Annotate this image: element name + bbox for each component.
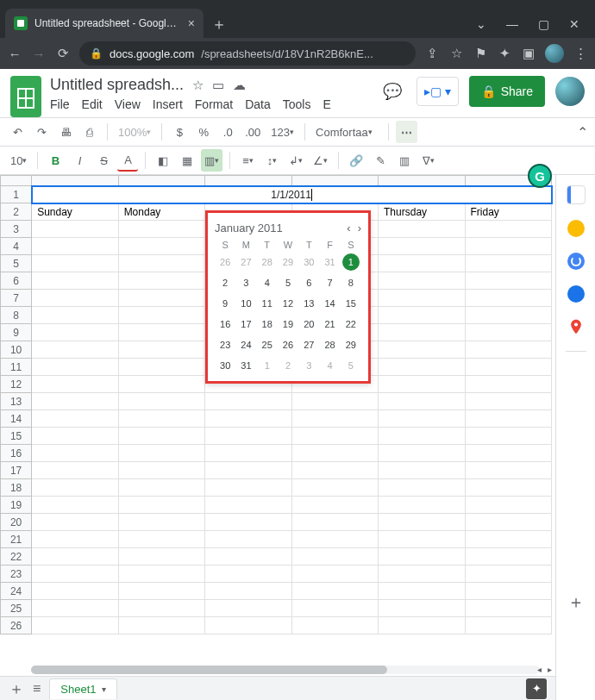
- cell[interactable]: [118, 531, 204, 548]
- cell[interactable]: [291, 548, 378, 566]
- datepicker-day-selected[interactable]: 1: [342, 253, 360, 271]
- row-header[interactable]: 23: [1, 566, 32, 583]
- menu-edit[interactable]: Edit: [82, 97, 103, 111]
- reader-icon[interactable]: ▣: [521, 46, 536, 61]
- sheet-tab-menu-icon[interactable]: ▾: [102, 684, 106, 694]
- move-icon[interactable]: ▭: [212, 78, 224, 93]
- cell[interactable]: [379, 600, 465, 617]
- merge-cells-button[interactable]: ▥: [201, 149, 222, 172]
- currency-button[interactable]: $: [169, 121, 190, 143]
- datepicker-day[interactable]: 1: [257, 357, 278, 374]
- datepicker-day[interactable]: 31: [235, 357, 256, 374]
- text-color-button[interactable]: A: [117, 149, 138, 172]
- datepicker-day[interactable]: 13: [298, 295, 319, 312]
- datepicker-day[interactable]: 17: [235, 316, 256, 333]
- datepicker-day[interactable]: 3: [235, 274, 256, 291]
- cell[interactable]: [205, 548, 291, 566]
- get-addons-icon[interactable]: ＋: [567, 591, 585, 614]
- percent-button[interactable]: %: [193, 121, 214, 143]
- cell[interactable]: [118, 548, 204, 566]
- cell[interactable]: [32, 238, 118, 255]
- cell[interactable]: [465, 376, 552, 393]
- comment-icon[interactable]: ✎: [370, 149, 391, 172]
- cell[interactable]: [32, 531, 118, 548]
- account-avatar[interactable]: [555, 77, 585, 106]
- cell[interactable]: [205, 617, 291, 634]
- calendar-addon-icon[interactable]: [567, 185, 586, 204]
- cell[interactable]: [205, 410, 291, 428]
- datepicker-day[interactable]: 28: [319, 336, 340, 353]
- row-header[interactable]: 1: [1, 186, 32, 203]
- row-header[interactable]: 10: [1, 341, 32, 359]
- cell[interactable]: [32, 462, 118, 479]
- decrease-decimals-button[interactable]: .0: [217, 121, 238, 143]
- toolbar-more-button[interactable]: ⋯: [396, 121, 417, 143]
- row-header[interactable]: 24: [1, 583, 32, 600]
- row-header[interactable]: 19: [1, 497, 32, 514]
- contacts-addon-icon[interactable]: [567, 285, 585, 303]
- datepicker-day[interactable]: 30: [298, 253, 319, 271]
- datepicker-day[interactable]: 26: [278, 336, 298, 353]
- cell[interactable]: [118, 359, 204, 376]
- undo-icon[interactable]: ↶: [7, 121, 28, 143]
- row-header[interactable]: 5: [1, 255, 32, 272]
- datepicker-day[interactable]: 20: [298, 316, 319, 333]
- datepicker-day[interactable]: 27: [235, 253, 256, 271]
- row-header[interactable]: 12: [1, 376, 32, 393]
- menu-tools[interactable]: Tools: [283, 97, 311, 111]
- datepicker-day[interactable]: 30: [215, 357, 235, 374]
- cell[interactable]: [291, 600, 378, 617]
- col-header[interactable]: [291, 176, 378, 186]
- cell[interactable]: [118, 583, 204, 600]
- cell[interactable]: [205, 479, 291, 497]
- cell[interactable]: [379, 359, 465, 376]
- cell[interactable]: [32, 255, 118, 272]
- cell[interactable]: [465, 324, 552, 341]
- font-select[interactable]: Comfortaa: [312, 121, 381, 143]
- col-header[interactable]: [379, 176, 465, 186]
- star-icon[interactable]: ☆: [192, 78, 204, 93]
- chevron-down-icon[interactable]: ⌄: [469, 17, 493, 31]
- datepicker-day[interactable]: 4: [319, 357, 340, 374]
- strike-button[interactable]: S: [93, 149, 114, 172]
- cell[interactable]: [379, 290, 465, 307]
- add-sheet-button[interactable]: ＋: [9, 678, 24, 699]
- cell[interactable]: [32, 514, 118, 531]
- close-window-icon[interactable]: ✕: [562, 17, 586, 31]
- cell[interactable]: [118, 238, 204, 255]
- cell[interactable]: [32, 428, 118, 445]
- cell[interactable]: [465, 583, 552, 600]
- cell[interactable]: [118, 255, 204, 272]
- datepicker-day[interactable]: 2: [215, 274, 235, 291]
- cell[interactable]: [205, 497, 291, 514]
- cell[interactable]: [291, 410, 378, 428]
- italic-button[interactable]: I: [69, 149, 90, 172]
- profile-avatar-icon[interactable]: [545, 44, 564, 63]
- row-header[interactable]: 2: [1, 203, 32, 221]
- reload-icon[interactable]: ⟳: [55, 46, 71, 61]
- valign-button[interactable]: ↕: [261, 149, 282, 172]
- datepicker-day[interactable]: 5: [278, 274, 298, 291]
- collapse-toolbar-icon[interactable]: ⌃: [577, 124, 588, 141]
- row-header[interactable]: 13: [1, 393, 32, 410]
- borders-icon[interactable]: ▦: [177, 149, 197, 172]
- cell[interactable]: [32, 221, 118, 238]
- cell[interactable]: [205, 428, 291, 445]
- cell[interactable]: [118, 617, 204, 634]
- row-header[interactable]: 14: [1, 410, 32, 428]
- cell[interactable]: [118, 290, 204, 307]
- datepicker-day[interactable]: 3: [298, 357, 319, 374]
- cell[interactable]: [32, 410, 118, 428]
- cell[interactable]: [291, 617, 378, 634]
- cell[interactable]: [291, 428, 378, 445]
- menu-insert[interactable]: Insert: [153, 97, 183, 111]
- cell[interactable]: [205, 393, 291, 410]
- cell[interactable]: [379, 238, 465, 255]
- cell[interactable]: [379, 479, 465, 497]
- cell[interactable]: [32, 548, 118, 566]
- row-header[interactable]: 16: [1, 445, 32, 462]
- cell[interactable]: [118, 497, 204, 514]
- menu-view[interactable]: View: [115, 97, 141, 111]
- cell[interactable]: [32, 359, 118, 376]
- close-tab-icon[interactable]: ×: [188, 17, 195, 29]
